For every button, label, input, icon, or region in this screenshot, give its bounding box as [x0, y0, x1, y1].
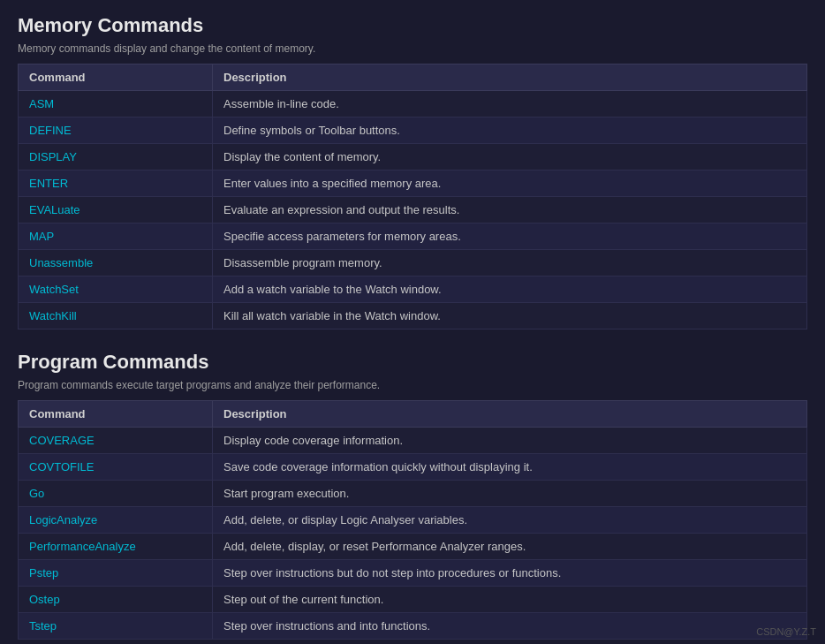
- command-link[interactable]: LogicAnalyze: [29, 513, 97, 527]
- command-link[interactable]: Tstep: [29, 619, 57, 633]
- memory-title: Memory Commands: [18, 14, 807, 37]
- command-link[interactable]: ENTER: [29, 177, 68, 190]
- desc-cell: Assemble in-line code.: [213, 91, 807, 117]
- table-row: ASM Assemble in-line code.: [19, 91, 807, 117]
- command-cell: DEFINE: [19, 117, 213, 144]
- command-link[interactable]: COVERAGE: [29, 434, 95, 447]
- table-row: ENTER Enter values into a specified memo…: [19, 170, 807, 197]
- command-cell: PerformanceAnalyze: [19, 534, 213, 560]
- command-cell: LogicAnalyze: [19, 507, 213, 534]
- memory-col-command: Command: [19, 64, 213, 91]
- command-link[interactable]: Ostep: [29, 593, 60, 606]
- desc-cell: Add a watch variable to the Watch window…: [213, 277, 807, 303]
- command-link[interactable]: Unassemble: [29, 256, 93, 269]
- table-row: WatchKill Kill all watch variable in the…: [19, 303, 807, 330]
- table-row: PerformanceAnalyze Add, delete, display,…: [19, 534, 807, 560]
- command-link[interactable]: Go: [29, 487, 44, 500]
- desc-cell: Define symbols or Toolbar buttons.: [213, 117, 807, 144]
- command-cell: Tstep: [19, 613, 213, 640]
- command-cell: COVERAGE: [19, 428, 213, 454]
- command-link[interactable]: COVTOFILE: [29, 460, 94, 474]
- watermark-text: CSDN@Y.Z.T: [756, 626, 816, 637]
- table-row: Tstep Step over instructions and into fu…: [19, 613, 807, 640]
- command-cell: COVTOFILE: [19, 454, 213, 481]
- command-link[interactable]: ASM: [29, 97, 54, 110]
- command-link[interactable]: DISPLAY: [29, 150, 77, 163]
- memory-col-description: Description: [213, 64, 807, 91]
- command-cell: WatchSet: [19, 277, 213, 303]
- table-row: LogicAnalyze Add, delete, or display Log…: [19, 507, 807, 534]
- program-description: Program commands execute target programs…: [18, 379, 807, 391]
- command-link[interactable]: EVALuate: [29, 203, 80, 216]
- program-col-description: Description: [213, 401, 807, 428]
- program-section: Program Commands Program commands execut…: [18, 351, 807, 640]
- table-row: Pstep Step over instructions but do not …: [19, 560, 807, 587]
- desc-cell: Save code coverage information quickly w…: [213, 454, 807, 481]
- desc-cell: Specifie access parameters for memory ar…: [213, 224, 807, 250]
- command-cell: EVALuate: [19, 197, 213, 224]
- command-link[interactable]: MAP: [29, 230, 54, 243]
- table-row: EVALuate Evaluate an expression and outp…: [19, 197, 807, 224]
- command-cell: DISPLAY: [19, 144, 213, 170]
- command-cell: Unassemble: [19, 250, 213, 277]
- table-row: Go Start program execution.: [19, 481, 807, 507]
- desc-cell: Enter values into a specified memory are…: [213, 170, 807, 197]
- desc-cell: Step over instructions but do not step i…: [213, 560, 807, 587]
- command-link[interactable]: DEFINE: [29, 124, 72, 137]
- desc-cell: Step out of the current function.: [213, 587, 807, 613]
- memory-description: Memory commands display and change the c…: [18, 42, 807, 55]
- desc-cell: Kill all watch variable in the Watch win…: [213, 303, 807, 330]
- program-title: Program Commands: [18, 351, 807, 374]
- command-link[interactable]: PerformanceAnalyze: [29, 540, 136, 553]
- desc-cell: Step over instructions and into function…: [213, 613, 807, 640]
- table-row: MAP Specifie access parameters for memor…: [19, 224, 807, 250]
- table-row: DEFINE Define symbols or Toolbar buttons…: [19, 117, 807, 144]
- table-row: WatchSet Add a watch variable to the Wat…: [19, 277, 807, 303]
- desc-cell: Start program execution.: [213, 481, 807, 507]
- desc-cell: Add, delete, or display Logic Analyser v…: [213, 507, 807, 534]
- command-link[interactable]: Pstep: [29, 566, 58, 580]
- command-link[interactable]: WatchSet: [29, 283, 79, 296]
- table-row: COVERAGE Display code coverage informati…: [19, 428, 807, 454]
- program-table: Command Description COVERAGE Display cod…: [18, 400, 807, 640]
- command-cell: Pstep: [19, 560, 213, 587]
- table-row: COVTOFILE Save code coverage information…: [19, 454, 807, 481]
- table-row: Ostep Step out of the current function.: [19, 587, 807, 613]
- desc-cell: Evaluate an expression and output the re…: [213, 197, 807, 224]
- table-row: DISPLAY Display the content of memory.: [19, 144, 807, 170]
- memory-section: Memory Commands Memory commands display …: [18, 14, 807, 330]
- desc-cell: Disassemble program memory.: [213, 250, 807, 277]
- command-cell: ASM: [19, 91, 213, 117]
- desc-cell: Display code coverage information.: [213, 428, 807, 454]
- table-row: Unassemble Disassemble program memory.: [19, 250, 807, 277]
- memory-table: Command Description ASM Assemble in-line…: [18, 64, 807, 330]
- program-col-command: Command: [19, 401, 213, 428]
- command-cell: WatchKill: [19, 303, 213, 330]
- desc-cell: Add, delete, display, or reset Performan…: [213, 534, 807, 560]
- desc-cell: Display the content of memory.: [213, 144, 807, 170]
- command-cell: MAP: [19, 224, 213, 250]
- command-cell: Go: [19, 481, 213, 507]
- command-link[interactable]: WatchKill: [29, 309, 77, 322]
- command-cell: ENTER: [19, 170, 213, 197]
- command-cell: Ostep: [19, 587, 213, 613]
